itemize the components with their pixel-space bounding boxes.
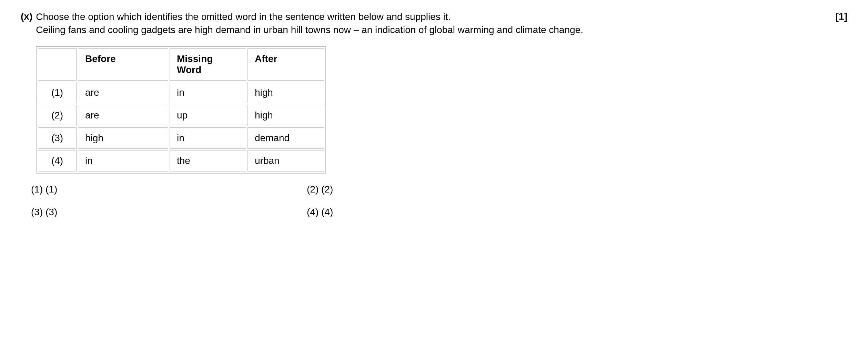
question-sentence: Ceiling fans and cooling gadgets are hig… [36,24,583,35]
answer-option-1[interactable]: (1) (1) [31,184,307,195]
row-missing: in [170,127,246,149]
header-blank [38,48,77,81]
answer-text: (4) [321,207,333,217]
row-before: are [78,82,168,103]
row-before: high [78,127,168,149]
header-missing: Missing Word [170,48,246,81]
header-after: After [248,48,324,81]
table-row: (2) are up high [38,105,324,126]
question-marks: [1] [822,10,847,22]
question-number: (x) [21,10,32,22]
row-after: demand [248,127,324,149]
row-label: (2) [38,105,77,126]
table-row: (4) in the urban [38,150,324,171]
row-missing: up [170,105,246,126]
row-before: are [78,105,168,126]
answer-number: (3) [31,207,43,217]
answer-option-4[interactable]: (4) (4) [307,207,583,218]
options-table: Before Missing Word After (1) are in hig… [36,46,326,174]
answer-number: (2) [307,184,319,195]
row-label: (4) [38,150,77,171]
table-header-row: Before Missing Word After [38,48,324,81]
answer-options: (1) (1) (2) (2) (3) (3) (4) (4) [31,184,583,218]
question-prompt: Choose the option which identifies the o… [36,11,451,22]
row-after: urban [248,150,324,171]
answer-number: (1) [31,184,43,195]
answer-option-3[interactable]: (3) (3) [31,207,307,218]
question-text: Choose the option which identifies the o… [36,10,818,37]
answer-number: (4) [307,207,319,217]
row-label: (3) [38,127,77,149]
row-after: high [248,82,324,103]
row-missing: the [170,150,246,171]
question-body: Choose the option which identifies the o… [36,10,818,37]
row-missing: in [170,82,246,103]
question-block: (x) Choose the option which identifies t… [21,10,847,37]
answer-text: (1) [46,184,57,195]
table-row: (1) are in high [38,82,324,103]
options-table-block: Before Missing Word After (1) are in hig… [36,46,847,174]
table-row: (3) high in demand [38,127,324,149]
answer-option-2[interactable]: (2) (2) [307,184,583,195]
row-before: in [78,150,168,171]
header-before: Before [78,48,168,81]
answer-text: (2) [321,184,333,195]
answer-text: (3) [46,207,57,217]
row-after: high [248,105,324,126]
row-label: (1) [38,82,77,103]
